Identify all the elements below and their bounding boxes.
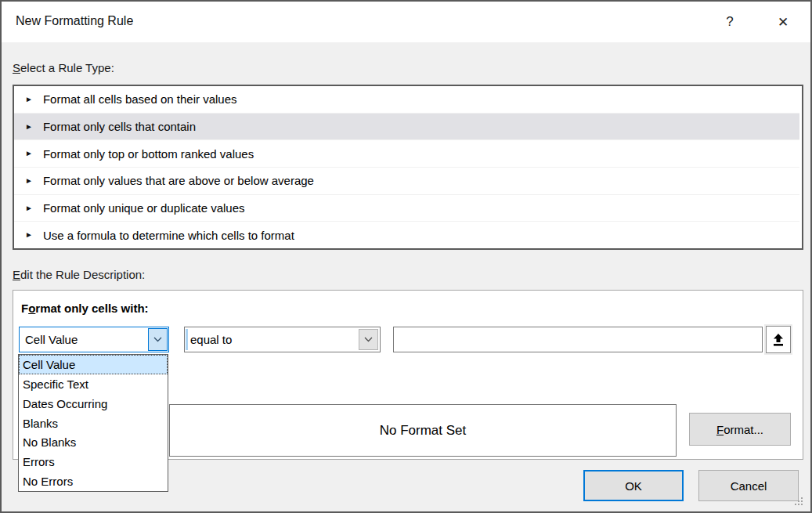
dropdown-option-no-blanks[interactable]: No Blanks (19, 432, 168, 452)
rule-type-option-cells-that-contain[interactable]: ► Format only cells that contain (14, 113, 799, 140)
operator-combobox[interactable]: equal to (184, 327, 381, 352)
rule-type-option-above-below-average[interactable]: ► Format only values that are above or b… (14, 167, 799, 194)
format-preview-text: No Format Set (380, 423, 467, 439)
select-rule-type-label: Select a Rule Type: (13, 61, 114, 74)
rule-type-option-label: Format only cells that contain (43, 120, 196, 133)
arrow-bullet-icon: ► (25, 177, 33, 185)
rule-type-option-formula[interactable]: ► Use a formula to determine which cells… (14, 221, 799, 248)
rule-type-option-cell-values[interactable]: ► Format all cells based on their values (14, 86, 799, 113)
dropdown-option-errors[interactable]: Errors (19, 452, 168, 471)
arrow-bullet-icon: ► (25, 123, 33, 131)
resize-grip[interactable] (793, 496, 795, 497)
chevron-down-icon[interactable] (359, 329, 378, 350)
dialog-title: New Formatting Rule (16, 14, 133, 28)
collapse-dialog-button[interactable] (766, 326, 791, 353)
format-button[interactable]: Format... (689, 413, 791, 446)
dropdown-option-blanks[interactable]: Blanks (19, 414, 168, 433)
rule-type-option-ranked-values[interactable]: ► Format only top or bottom ranked value… (14, 139, 799, 167)
rule-type-option-label: Use a formula to determine which cells t… (43, 229, 294, 242)
cell-type-combobox[interactable]: Cell Value (19, 327, 169, 352)
rule-type-listbox: ► Format all cells based on their values… (13, 85, 803, 250)
cell-type-combobox-value: Cell Value (20, 333, 78, 346)
titlebar: New Formatting Rule ? ✕ (2, 2, 810, 42)
dropdown-option-specific-text[interactable]: Specific Text (19, 374, 168, 394)
ok-button[interactable]: OK (583, 470, 684, 501)
arrow-bullet-icon: ► (25, 150, 33, 157)
chevron-down-icon[interactable] (148, 328, 168, 351)
close-icon[interactable]: ✕ (765, 2, 801, 42)
arrow-bullet-icon: ► (25, 231, 33, 239)
rule-type-option-label: Format only values that are above or bel… (43, 174, 314, 187)
rule-type-option-label: Format only top or bottom ranked values (43, 147, 254, 161)
edit-rule-description-label: Edit the Rule Description: (13, 268, 145, 281)
rule-type-option-label: Format all cells based on their values (43, 92, 237, 106)
format-preview-box: No Format Set (169, 404, 677, 457)
rule-type-option-unique-duplicate[interactable]: ► Format only unique or duplicate values (14, 194, 799, 222)
cancel-button[interactable]: Cancel (698, 470, 799, 501)
value-input[interactable] (393, 327, 763, 352)
text-caret (186, 329, 188, 350)
cell-type-dropdown-popup: Cell Value Specific Text Dates Occurring… (18, 354, 168, 492)
dropdown-option-cell-value[interactable]: Cell Value (19, 355, 168, 374)
arrow-bullet-icon: ► (25, 204, 33, 212)
dropdown-option-dates-occurring[interactable]: Dates Occurring (19, 394, 168, 414)
new-formatting-rule-dialog: New Formatting Rule ? ✕ Select a Rule Ty… (0, 0, 812, 513)
rule-type-option-label: Format only unique or duplicate values (43, 201, 245, 215)
collapse-dialog-icon (772, 333, 785, 347)
dropdown-option-no-errors[interactable]: No Errors (19, 471, 168, 491)
help-icon[interactable]: ? (712, 2, 748, 42)
arrow-bullet-icon: ► (25, 96, 33, 103)
format-only-cells-with-label: Format only cells with: (21, 302, 149, 315)
operator-combobox-value: equal to (185, 333, 232, 346)
